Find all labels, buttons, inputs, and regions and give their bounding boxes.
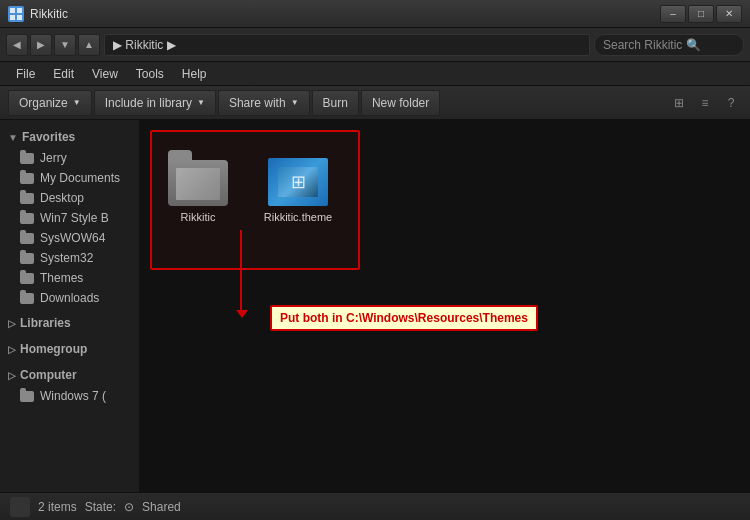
folder-inner bbox=[176, 168, 220, 200]
window-icon bbox=[8, 6, 24, 22]
arrow-annotation bbox=[230, 230, 248, 318]
search-box[interactable]: Search Rikkitic 🔍 bbox=[594, 34, 744, 56]
sidebar-item-label: Windows 7 ( bbox=[40, 389, 106, 403]
folder-small-icon bbox=[20, 173, 34, 184]
folder-small-icon bbox=[20, 253, 34, 264]
homegroup-header[interactable]: ▷ Homegroup bbox=[0, 338, 139, 360]
theme-file-icon bbox=[266, 142, 330, 206]
help-button[interactable]: ? bbox=[720, 92, 742, 114]
folder-icon-large bbox=[168, 160, 228, 206]
shared-status: Shared bbox=[142, 500, 181, 514]
menu-view[interactable]: View bbox=[84, 65, 126, 83]
computer-section: ▷ Computer Windows 7 ( bbox=[0, 364, 139, 406]
forward-button[interactable]: ▶ bbox=[30, 34, 52, 56]
favorites-chevron: ▼ bbox=[8, 132, 18, 143]
menu-bar: File Edit View Tools Help bbox=[0, 62, 750, 86]
maximize-button[interactable]: □ bbox=[688, 5, 714, 23]
folder-small-icon bbox=[20, 193, 34, 204]
organize-button[interactable]: Organize ▼ bbox=[8, 90, 92, 116]
svg-rect-1 bbox=[17, 8, 22, 13]
computer-header[interactable]: ▷ Computer bbox=[0, 364, 139, 386]
view-details[interactable]: ≡ bbox=[694, 92, 716, 114]
include-library-dropdown-icon: ▼ bbox=[197, 98, 205, 107]
folder-icon bbox=[166, 142, 230, 206]
sidebar: ▼ Favorites Jerry My Documents Desktop W… bbox=[0, 120, 140, 492]
libraries-header[interactable]: ▷ Libraries bbox=[0, 312, 139, 334]
file-area[interactable]: Rikkitic Rikkitic.theme Put both in C:\W… bbox=[140, 120, 750, 492]
sidebar-item-label: SysWOW64 bbox=[40, 231, 105, 245]
menu-help[interactable]: Help bbox=[174, 65, 215, 83]
folder-small-icon bbox=[20, 233, 34, 244]
sidebar-item-label: System32 bbox=[40, 251, 93, 265]
sidebar-item-desktop[interactable]: Desktop bbox=[0, 188, 139, 208]
folder-status-icon bbox=[10, 497, 30, 517]
organize-dropdown-icon: ▼ bbox=[73, 98, 81, 107]
sidebar-item-label: My Documents bbox=[40, 171, 120, 185]
sidebar-item-themes[interactable]: Themes bbox=[0, 268, 139, 288]
sidebar-item-win7style[interactable]: Win7 Style B bbox=[0, 208, 139, 228]
computer-chevron: ▷ bbox=[8, 370, 16, 381]
sidebar-item-mydocuments[interactable]: My Documents bbox=[0, 168, 139, 188]
sidebar-item-windows[interactable]: Windows 7 ( bbox=[0, 386, 139, 406]
folder-small-icon bbox=[20, 273, 34, 284]
sidebar-item-label: Downloads bbox=[40, 291, 99, 305]
homegroup-chevron: ▷ bbox=[8, 344, 16, 355]
include-library-button[interactable]: Include in library ▼ bbox=[94, 90, 216, 116]
sidebar-item-jerry[interactable]: Jerry bbox=[0, 148, 139, 168]
up-button[interactable]: ▲ bbox=[78, 34, 100, 56]
item-count: 2 items bbox=[38, 500, 77, 514]
folder-small-icon bbox=[20, 213, 34, 224]
drive-small-icon bbox=[20, 391, 34, 402]
libraries-section: ▷ Libraries bbox=[0, 312, 139, 334]
title-bar: Rikkitic – □ ✕ bbox=[0, 0, 750, 28]
status-bar: 2 items State: ⊙ Shared bbox=[0, 492, 750, 520]
address-bar: ◀ ▶ ▼ ▲ ▶ Rikkitic ▶ Search Rikkitic 🔍 bbox=[0, 28, 750, 62]
homegroup-label: Homegroup bbox=[20, 342, 87, 356]
svg-rect-3 bbox=[17, 15, 22, 20]
arrow-line bbox=[240, 230, 242, 310]
homegroup-section: ▷ Homegroup bbox=[0, 338, 139, 360]
close-button[interactable]: ✕ bbox=[716, 5, 742, 23]
back-button[interactable]: ◀ bbox=[6, 34, 28, 56]
view-large-icons[interactable]: ⊞ bbox=[668, 92, 690, 114]
sidebar-item-system32[interactable]: System32 bbox=[0, 248, 139, 268]
callout-box: Put both in C:\Windows\Resources\Themes bbox=[270, 305, 538, 331]
sidebar-item-downloads[interactable]: Downloads bbox=[0, 288, 139, 308]
burn-button[interactable]: Burn bbox=[312, 90, 359, 116]
sidebar-item-syswow64[interactable]: SysWOW64 bbox=[0, 228, 139, 248]
libraries-chevron: ▷ bbox=[8, 318, 16, 329]
new-folder-button[interactable]: New folder bbox=[361, 90, 440, 116]
toolbar: Organize ▼ Include in library ▼ Share wi… bbox=[0, 86, 750, 120]
search-icon: 🔍 bbox=[686, 38, 701, 52]
share-with-button[interactable]: Share with ▼ bbox=[218, 90, 310, 116]
svg-rect-2 bbox=[10, 15, 15, 20]
sidebar-item-label: Win7 Style B bbox=[40, 211, 109, 225]
nav-buttons: ◀ ▶ ▼ ▲ bbox=[6, 34, 100, 56]
share-dropdown-icon: ▼ bbox=[291, 98, 299, 107]
menu-tools[interactable]: Tools bbox=[128, 65, 172, 83]
dropdown-button[interactable]: ▼ bbox=[54, 34, 76, 56]
window-title: Rikkitic bbox=[30, 7, 68, 21]
sidebar-item-label: Themes bbox=[40, 271, 83, 285]
favorites-label: Favorites bbox=[22, 130, 75, 144]
sidebar-item-label: Desktop bbox=[40, 191, 84, 205]
svg-rect-0 bbox=[10, 8, 15, 13]
menu-edit[interactable]: Edit bbox=[45, 65, 82, 83]
libraries-label: Libraries bbox=[20, 316, 71, 330]
window-controls: – □ ✕ bbox=[660, 5, 742, 23]
favorites-header[interactable]: ▼ Favorites bbox=[0, 126, 139, 148]
address-path[interactable]: ▶ Rikkitic ▶ bbox=[104, 34, 590, 56]
theme-icon bbox=[268, 158, 328, 206]
state-label: State: bbox=[85, 500, 116, 514]
sidebar-item-label: Jerry bbox=[40, 151, 67, 165]
search-placeholder: Search Rikkitic bbox=[603, 38, 682, 52]
folder-small-icon bbox=[20, 293, 34, 304]
folder-small-icon bbox=[20, 153, 34, 164]
arrow-head bbox=[236, 310, 248, 318]
title-bar-left: Rikkitic bbox=[8, 6, 68, 22]
menu-file[interactable]: File bbox=[8, 65, 43, 83]
minimize-button[interactable]: – bbox=[660, 5, 686, 23]
theme-icon-inner bbox=[278, 167, 318, 197]
main-content: ▼ Favorites Jerry My Documents Desktop W… bbox=[0, 120, 750, 492]
shared-icon: ⊙ bbox=[124, 500, 134, 514]
